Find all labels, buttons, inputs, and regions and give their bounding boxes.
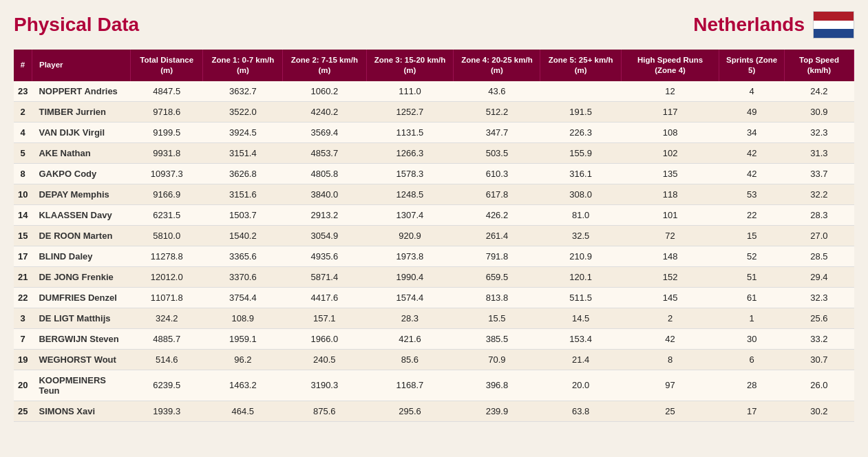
cell-total_distance: 514.6	[130, 349, 202, 370]
cell-high_speed_runs: 148	[621, 246, 719, 266]
cell-zone3: 1168.7	[366, 370, 454, 401]
cell-zone1: 1540.2	[203, 225, 283, 246]
cell-total_distance: 9718.6	[130, 101, 202, 122]
table-row: 20KOOPMEINERS Teun6239.51463.23190.31168…	[14, 370, 854, 401]
cell-zone1: 108.9	[203, 308, 283, 328]
cell-num: 23	[14, 81, 32, 102]
cell-player: DE JONG Frenkie	[32, 266, 130, 287]
table-row: 25SIMONS Xavi1939.3464.5875.6295.6239.96…	[14, 401, 854, 421]
cell-high_speed_runs: 118	[621, 184, 719, 204]
cell-zone1: 3365.6	[203, 246, 283, 266]
cell-zone3: 1131.5	[366, 122, 454, 142]
cell-zone2: 3569.4	[283, 122, 366, 142]
cell-zone3: 1578.3	[366, 163, 454, 184]
cell-total_distance: 11278.8	[130, 246, 202, 266]
cell-sprints: 51	[719, 266, 785, 287]
table-row: 21DE JONG Frenkie12012.03370.65871.41990…	[14, 266, 854, 287]
cell-zone1: 3151.4	[203, 142, 283, 163]
cell-zone5: 191.5	[540, 101, 621, 122]
cell-player: DEPAY Memphis	[32, 184, 130, 204]
cell-player: GAKPO Cody	[32, 163, 130, 184]
table-row: 5AKE Nathan9931.83151.44853.71266.3503.5…	[14, 142, 854, 163]
cell-top_speed: 28.3	[784, 204, 854, 225]
cell-zone5: 210.9	[540, 246, 621, 266]
cell-zone3: 421.6	[366, 328, 454, 349]
cell-zone1: 3522.0	[203, 101, 283, 122]
cell-zone4: 791.8	[454, 246, 540, 266]
cell-total_distance: 9166.9	[130, 184, 202, 204]
cell-top_speed: 24.2	[784, 81, 854, 102]
cell-zone5: 308.0	[540, 184, 621, 204]
cell-zone3: 28.3	[366, 308, 454, 328]
cell-num: 21	[14, 266, 32, 287]
flag-red-stripe	[814, 12, 854, 21]
cell-num: 3	[14, 308, 32, 328]
cell-sprints: 42	[719, 142, 785, 163]
table-row: 22DUMFRIES Denzel11071.83754.44417.61574…	[14, 287, 854, 308]
cell-player: BLIND Daley	[32, 246, 130, 266]
cell-num: 2	[14, 101, 32, 122]
cell-zone2: 1966.0	[283, 328, 366, 349]
cell-zone4: 347.7	[454, 122, 540, 142]
cell-high_speed_runs: 152	[621, 266, 719, 287]
cell-zone4: 813.8	[454, 287, 540, 308]
cell-total_distance: 9931.8	[130, 142, 202, 163]
cell-zone5: 81.0	[540, 204, 621, 225]
cell-top_speed: 33.2	[784, 328, 854, 349]
cell-num: 15	[14, 225, 32, 246]
cell-player: BERGWIJN Steven	[32, 328, 130, 349]
cell-num: 17	[14, 246, 32, 266]
cell-high_speed_runs: 117	[621, 101, 719, 122]
cell-zone3: 1266.3	[366, 142, 454, 163]
cell-zone2: 4417.6	[283, 287, 366, 308]
table-row: 2TIMBER Jurrien9718.63522.04240.21252.75…	[14, 101, 854, 122]
cell-zone5: 120.1	[540, 266, 621, 287]
table-row: 7BERGWIJN Steven4885.71959.11966.0421.63…	[14, 328, 854, 349]
cell-total_distance: 1939.3	[130, 401, 202, 421]
table-row: 3DE LIGT Matthijs324.2108.9157.128.315.5…	[14, 308, 854, 328]
country-name: Netherlands	[693, 14, 805, 36]
cell-high_speed_runs: 12	[621, 81, 719, 102]
physical-data-table: # Player Total Distance (m) Zone 1: 0-7 …	[14, 50, 854, 422]
cell-zone3: 1990.4	[366, 266, 454, 287]
cell-sprints: 28	[719, 370, 785, 401]
cell-zone3: 1248.5	[366, 184, 454, 204]
cell-zone2: 4805.8	[283, 163, 366, 184]
cell-zone2: 3054.9	[283, 225, 366, 246]
cell-player: AKE Nathan	[32, 142, 130, 163]
cell-sprints: 17	[719, 401, 785, 421]
cell-player: DUMFRIES Denzel	[32, 287, 130, 308]
cell-total_distance: 10937.3	[130, 163, 202, 184]
cell-top_speed: 27.0	[784, 225, 854, 246]
cell-zone4: 385.5	[454, 328, 540, 349]
cell-sprints: 22	[719, 204, 785, 225]
table-row: 17BLIND Daley11278.83365.64935.61973.879…	[14, 246, 854, 266]
cell-zone3: 1252.7	[366, 101, 454, 122]
cell-high_speed_runs: 2	[621, 308, 719, 328]
cell-zone5: 153.4	[540, 328, 621, 349]
cell-total_distance: 6239.5	[130, 370, 202, 401]
cell-zone5: 21.4	[540, 349, 621, 370]
cell-zone1: 3626.8	[203, 163, 283, 184]
country-badge: Netherlands	[693, 11, 854, 39]
cell-zone4: 239.9	[454, 401, 540, 421]
cell-zone1: 1503.7	[203, 204, 283, 225]
cell-high_speed_runs: 101	[621, 204, 719, 225]
cell-high_speed_runs: 108	[621, 122, 719, 142]
cell-num: 7	[14, 328, 32, 349]
cell-zone5: 20.0	[540, 370, 621, 401]
cell-zone2: 5871.4	[283, 266, 366, 287]
cell-zone2: 4853.7	[283, 142, 366, 163]
cell-player: DE LIGT Matthijs	[32, 308, 130, 328]
cell-top_speed: 30.7	[784, 349, 854, 370]
cell-top_speed: 25.6	[784, 308, 854, 328]
col-header-player: Player	[32, 50, 130, 81]
cell-num: 5	[14, 142, 32, 163]
cell-total_distance: 11071.8	[130, 287, 202, 308]
cell-high_speed_runs: 42	[621, 328, 719, 349]
cell-top_speed: 30.2	[784, 401, 854, 421]
cell-high_speed_runs: 135	[621, 163, 719, 184]
cell-zone1: 96.2	[203, 349, 283, 370]
cell-zone4: 617.8	[454, 184, 540, 204]
header: Physical Data Netherlands	[14, 11, 854, 39]
